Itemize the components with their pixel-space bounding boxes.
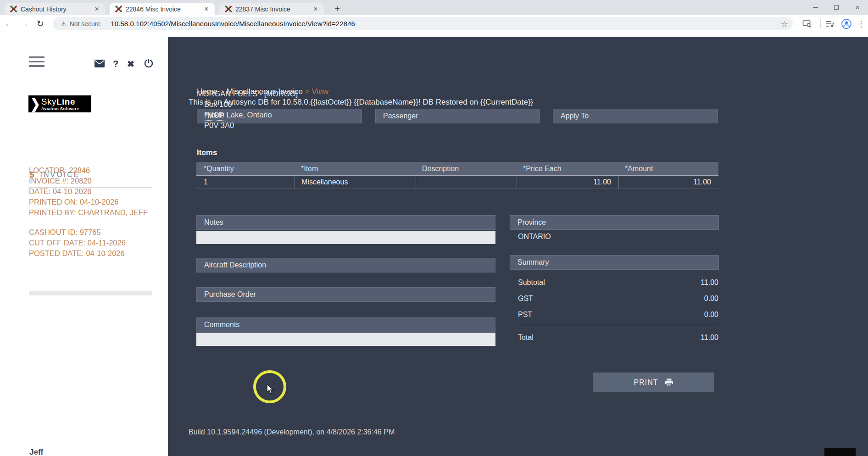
gst-label: GST (518, 295, 533, 303)
cell-price-each: 11.00 (517, 176, 618, 189)
browser-toolbar: ← → ↻ ⚠ Not secure 10.58.0.102:40502/Mis… (0, 15, 868, 32)
cashout-id-line: CASHOUT ID: 97765 (29, 227, 126, 238)
posted-date-line: POSTED DATE: 04-10-2026 (29, 248, 126, 259)
media-controls-icon[interactable] (824, 18, 836, 30)
mail-icon[interactable] (95, 60, 105, 69)
apply-to-field-header[interactable]: Apply To (553, 109, 718, 123)
profile-avatar-icon[interactable] (840, 18, 852, 30)
passenger-field-header[interactable]: Passenger (375, 109, 540, 123)
autosync-banner: This is an Autosync DB for 10.58.0.{{las… (189, 98, 533, 107)
tab-cashout-history[interactable]: Cashout History × (5, 3, 105, 15)
logo-brand: SkyLine (41, 97, 79, 106)
notes-label: Notes (204, 218, 223, 227)
tab-close-icon[interactable]: × (93, 6, 100, 13)
close-icon: × (855, 4, 860, 11)
subtotal-value: 11.00 (701, 278, 718, 287)
col-amount: *Amount (618, 165, 718, 173)
browser-tab-strip: Cashout History × 22846 Misc Invoice × 2… (0, 0, 868, 15)
breadcrumb-current: View (312, 87, 328, 96)
cell-description (416, 176, 517, 189)
browser-menu-icon[interactable]: ⋮ (855, 18, 867, 30)
new-tab-button[interactable]: + (331, 3, 343, 15)
reload-button[interactable]: ↻ (35, 15, 46, 32)
tab-close-icon[interactable]: × (203, 6, 210, 13)
skyline-logo: ❯ SkyLine Aviation Software (28, 95, 91, 112)
build-info: Build 10.1.9594.24496 (Development), on … (189, 428, 395, 436)
col-item: *Item (295, 165, 416, 173)
window-minimize-button[interactable] (805, 0, 826, 15)
items-table-row[interactable]: 1 Miscellaneous 11.00 11.00 (196, 176, 718, 189)
province-label: Province (517, 218, 546, 227)
security-chip[interactable]: ⚠ Not secure (61, 20, 100, 28)
items-table: *Quantity *Item Description *Price Each … (196, 162, 718, 189)
window-controls: × (805, 0, 868, 15)
invoice-number-line: INVOICE #: 20820 (29, 176, 148, 186)
breadcrumb-separator: > (305, 87, 310, 96)
security-label: Not secure (70, 20, 101, 28)
notes-section-header: Notes (196, 215, 495, 230)
help-icon[interactable]: ? (113, 59, 118, 69)
toolbar-divider (820, 19, 821, 28)
mop-address-name: MORGAN FUELS - [MORGO] (197, 89, 298, 99)
invoice-info-secondary: CASHOUT ID: 97765 CUT OFF DATE: 04-11-20… (29, 227, 126, 259)
summary-row-pst: PST 0.00 (518, 311, 718, 319)
power-icon[interactable] (144, 59, 153, 70)
aircraft-description-label: Aircraft Description (204, 261, 266, 269)
address-bar[interactable]: ⚠ Not secure 10.58.0.102:40502/Miscellan… (53, 17, 793, 30)
locator-line: LOCATOR: 22846 (29, 165, 148, 176)
comments-label: Comments (204, 321, 239, 329)
invoice-view-panel: Home > Miscellaneous Invoice > View This… (168, 37, 868, 456)
cell-quantity: 1 (196, 176, 295, 189)
forward-button[interactable]: → (19, 15, 30, 32)
printer-icon (665, 378, 673, 387)
tab-22846-misc-invoice[interactable]: 22846 Misc Invoice × (110, 3, 215, 15)
subtotal-label: Subtotal (518, 278, 545, 287)
tab-title: 22846 Misc Invoice (126, 6, 199, 13)
aircraft-description-header: Aircraft Description (196, 258, 495, 272)
warning-icon: ⚠ (61, 20, 67, 28)
window-maximize-button[interactable] (826, 0, 847, 15)
purchase-order-header: Purchase Order (196, 287, 495, 302)
cell-item: Miscellaneous (295, 176, 416, 189)
dismiss-icon[interactable]: ✖ (127, 59, 134, 69)
passenger-label: Passenger (383, 112, 418, 120)
tab-search-icon[interactable] (801, 18, 813, 30)
items-table-header: *Quantity *Item Description *Price Each … (196, 162, 718, 176)
mop-address-postal: P0V 3A0 (204, 120, 234, 131)
tab-close-icon[interactable]: × (312, 6, 319, 13)
total-label: Total (518, 334, 534, 342)
apply-to-label: Apply To (561, 112, 589, 120)
comments-input[interactable] (196, 333, 495, 346)
bookmark-star-icon[interactable]: ☆ (781, 19, 788, 29)
mop-address-line2: Pickle Lake, Ontario (204, 110, 272, 120)
summary-divider (517, 325, 719, 325)
tab-title: Cashout History (21, 6, 89, 13)
col-quantity: *Quantity (196, 165, 295, 173)
pst-label: PST (518, 311, 532, 319)
hamburger-menu-icon[interactable] (29, 56, 45, 70)
province-section-header: Province (510, 215, 719, 230)
corner-watermark (824, 448, 856, 456)
favicon-icon (10, 6, 17, 12)
pst-value: 0.00 (704, 311, 718, 319)
summary-row-gst: GST 0.00 (518, 295, 718, 303)
col-price-each: *Price Each (517, 165, 618, 173)
print-button[interactable]: PRINT (593, 373, 714, 392)
sidebar-progress-bar (29, 291, 152, 295)
window-close-button[interactable]: × (847, 0, 868, 15)
date-line: DATE: 04-10-2026 (29, 186, 148, 197)
favicon-icon (115, 6, 122, 12)
back-button[interactable]: ← (3, 15, 14, 32)
notes-input[interactable] (196, 231, 495, 244)
minimize-icon (813, 7, 818, 8)
logo-chevron-icon: ❯ (30, 97, 40, 111)
items-section-title: Items (197, 148, 217, 157)
logo-tagline: Aviation Software (41, 107, 79, 111)
summary-section-header: Summary (510, 255, 719, 270)
col-description: Description (416, 165, 517, 173)
app-sidebar: ? ✖ ❯ SkyLine Aviation Software $ INVOIC… (0, 32, 168, 456)
tab-title: 22837 Misc Invoice (235, 6, 308, 13)
tab-22837-misc-invoice[interactable]: 22837 Misc Invoice × (219, 3, 324, 15)
user-name: Jeff (29, 448, 43, 456)
total-value: 11.00 (701, 334, 718, 342)
